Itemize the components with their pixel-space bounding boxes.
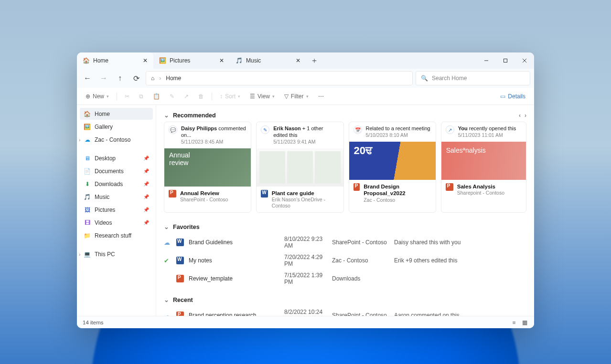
sidebar-item-research[interactable]: 📁 Research stuff — [80, 229, 153, 241]
sidebar-item-downloads[interactable]: ⬇ Downloads 📌 — [80, 178, 153, 190]
file-location: Downloads — [332, 275, 394, 282]
card-preview — [349, 142, 436, 180]
section-recommended-header[interactable]: ⌄ Recommended ‹ › — [164, 109, 526, 122]
tab-music[interactable]: 🎵 Music ✕ — [230, 52, 306, 69]
up-button[interactable]: ↑ — [113, 72, 127, 85]
file-name: My notes — [189, 257, 284, 264]
sidebar-item-label: Home — [95, 111, 110, 117]
scroll-left-button[interactable]: ‹ — [519, 112, 521, 119]
section-recent-header[interactable]: ⌄ Recent — [164, 293, 526, 306]
tab-pictures[interactable]: 🖼️ Pictures ✕ — [153, 52, 230, 69]
svg-rect-1 — [504, 59, 507, 62]
new-button[interactable]: ⊕ New ▾ — [82, 91, 113, 102]
chevron-down-icon: ⌄ — [164, 296, 169, 303]
rename-button[interactable]: ✎ — [166, 91, 178, 102]
body: 🏠 Home 🖼️ Gallery ☁ Zac - Contoso 🖥 Desk… — [77, 105, 534, 316]
sidebar-item-label: Zac - Contoso — [95, 136, 130, 143]
scroll-right-button[interactable]: › — [525, 112, 526, 119]
sidebar-item-music[interactable]: 🎵 Music 📌 — [80, 191, 153, 203]
search-input[interactable]: 🔍 Search Home — [416, 71, 530, 85]
card-info: Sales Analysis Sharepoint - Contoso — [457, 183, 504, 197]
chevron-down-icon: ▾ — [238, 94, 240, 99]
file-explorer-window: 🏠 Home ✕ 🖼️ Pictures ✕ 🎵 Music ✕ ＋ ← → ↑… — [77, 52, 534, 328]
powerpoint-icon — [446, 183, 453, 191]
sidebar-item-home[interactable]: 🏠 Home — [80, 108, 153, 120]
details-view-button[interactable]: ≡ — [510, 319, 518, 326]
large-icons-view-button[interactable]: ▦ — [521, 319, 528, 326]
card-preview — [441, 142, 526, 180]
tab-label: Music — [246, 57, 261, 64]
file-activity: Daisy shared this with you — [394, 239, 526, 246]
cut-button[interactable]: ✂ — [121, 91, 133, 102]
sidebar-item-this-pc[interactable]: 💻 This PC — [80, 248, 153, 260]
recommended-card[interactable]: ✎ Erik Nason + 1 other edited this 5/11/… — [256, 122, 343, 213]
tab-close-button[interactable]: ✕ — [210, 57, 224, 64]
sidebar-item-desktop[interactable]: 🖥 Desktop 📌 — [80, 152, 153, 164]
copy-button[interactable]: ⧉ — [135, 91, 147, 102]
section-title: Favorites — [173, 224, 200, 230]
address-bar[interactable]: ⌂ › Home — [146, 71, 413, 85]
card-preview — [257, 148, 343, 187]
downloads-icon: ⬇ — [84, 180, 91, 187]
home-icon: ⌂ — [151, 75, 154, 82]
sidebar-item-pictures[interactable]: 🖼 Pictures 📌 — [80, 204, 153, 216]
section-favorites-header[interactable]: ⌄ Favorites — [164, 220, 526, 233]
minimize-button[interactable] — [477, 52, 496, 69]
view-button[interactable]: ☰ View ▾ — [246, 91, 279, 102]
list-item[interactable]: ☁ Brand perception research 8/2/2022 10:… — [164, 306, 526, 316]
sidebar-item-gallery[interactable]: 🖼️ Gallery — [80, 121, 153, 133]
sidebar-item-videos[interactable]: 🎞 Videos 📌 — [80, 217, 153, 229]
documents-icon: 📄 — [84, 167, 91, 175]
sidebar-item-onedrive[interactable]: ☁ Zac - Contoso — [80, 134, 153, 146]
chevron-down-icon: ▾ — [272, 94, 275, 99]
pin-icon: 📌 — [143, 156, 149, 161]
navbar: ← → ↑ ⟳ ⌂ › Home 🔍 Search Home — [77, 69, 534, 88]
filter-button[interactable]: ▽ Filter ▾ — [280, 91, 312, 102]
tab-home[interactable]: 🏠 Home ✕ — [77, 52, 153, 69]
file-activity: Aaron commented on this — [394, 312, 526, 316]
back-button[interactable]: ← — [81, 72, 94, 85]
powerpoint-icon — [176, 275, 184, 282]
list-item[interactable]: ✔ My notes 7/20/2022 4:29 PM Zac - Conto… — [164, 251, 526, 270]
more-button[interactable]: ⋯ — [314, 91, 328, 102]
sidebar-item-label: Music — [95, 194, 109, 200]
pin-icon: 📌 — [143, 207, 149, 212]
recommended-scroll: ‹ › — [519, 112, 526, 119]
sidebar-item-documents[interactable]: 📄 Documents 📌 — [80, 165, 153, 177]
tab-close-button[interactable]: ✕ — [286, 57, 300, 64]
forward-button[interactable]: → — [97, 72, 110, 85]
recommended-card[interactable]: 📅 Related to a recent meeting 5/10/2023 … — [349, 122, 436, 213]
file-date: 8/10/2022 9:23 AM — [284, 236, 332, 249]
chevron-down-icon: ⌄ — [164, 112, 169, 119]
titlebar: 🏠 Home ✕ 🖼️ Pictures ✕ 🎵 Music ✕ ＋ — [77, 52, 534, 69]
comment-icon: 💬 — [169, 125, 177, 134]
file-name: Brand Guidelines — [189, 239, 284, 246]
recommended-card[interactable]: 💬 Daisy Philipps commented on... 5/11/20… — [164, 122, 251, 213]
delete-button[interactable]: 🗑 — [194, 91, 208, 102]
maximize-button[interactable] — [496, 52, 515, 69]
recommended-card[interactable]: ↗ You recently opened this 5/11/2023 11:… — [441, 122, 526, 213]
sidebar: 🏠 Home 🖼️ Gallery ☁ Zac - Contoso 🖥 Desk… — [77, 105, 156, 316]
tab-close-button[interactable]: ✕ — [133, 57, 148, 64]
trash-icon: 🗑 — [198, 93, 204, 100]
sidebar-item-label: This PC — [95, 251, 115, 258]
refresh-button[interactable]: ⟳ — [129, 72, 143, 85]
this-pc-icon: 💻 — [84, 250, 91, 258]
close-window-button[interactable] — [515, 52, 534, 69]
list-item[interactable]: ☁ Brand Guidelines 8/10/2022 9:23 AM Sha… — [164, 233, 526, 251]
separator — [212, 93, 212, 100]
section-title: Recommended — [173, 112, 216, 119]
sort-button[interactable]: ↕ Sort ▾ — [216, 91, 244, 102]
calendar-icon: 📅 — [354, 125, 362, 134]
toolbar: ⊕ New ▾ ✂ ⧉ 📋 ✎ ↗ 🗑 ↕ Sort ▾ ☰ View ▾ ▽ … — [77, 88, 534, 105]
list-item[interactable]: Review_template 7/15/2022 1:39 PM Downlo… — [164, 270, 526, 288]
music-icon: 🎵 — [84, 193, 91, 200]
search-placeholder: Search Home — [432, 75, 467, 82]
powerpoint-icon — [176, 312, 184, 316]
details-pane-button[interactable]: ▭ Details — [496, 91, 529, 102]
rename-icon: ✎ — [170, 93, 174, 100]
paste-button[interactable]: 📋 — [149, 91, 164, 102]
share-button[interactable]: ↗ — [180, 91, 193, 102]
new-tab-button[interactable]: ＋ — [306, 56, 322, 66]
sidebar-item-label: Pictures — [95, 207, 115, 213]
